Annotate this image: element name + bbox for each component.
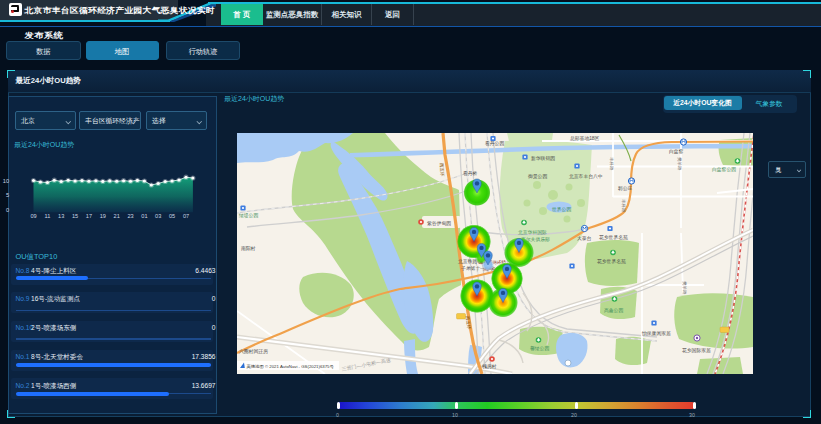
svg-text:看丹桥: 看丹桥 [463,170,478,177]
svg-text:17: 17 [86,213,92,219]
svg-text:花乡世界名苑: 花乡世界名苑 [597,257,626,264]
svg-text:白盆窑: 白盆窑 [669,147,684,153]
svg-text:北京华科国际: 北京华科国际 [518,229,547,236]
svg-text:郭公庄: 郭公庄 [618,185,633,192]
svg-text:六圈村回迁房: 六圈村回迁房 [239,348,268,355]
svg-text:5: 5 [6,192,9,198]
svg-text:怡保康闲家居: 怡保康闲家居 [641,329,671,336]
svg-text:15: 15 [72,213,78,219]
svg-text:御景公园: 御景公园 [528,174,547,179]
svg-text:白盆窑公园: 白盆窑公园 [712,165,736,171]
svg-text:樊羊路: 樊羊路 [682,281,687,295]
svg-text:10: 10 [3,178,9,184]
svg-text:花乡国际家居: 花乡国际家居 [682,346,711,353]
svg-text:丰科路: 丰科路 [609,157,614,171]
svg-text:07: 07 [183,213,189,219]
svg-text:丰科路: 丰科路 [621,199,626,213]
svg-text:北京市丰台八中: 北京市丰台八中 [569,172,603,179]
svg-text:高鑫公园: 高鑫公园 [604,306,623,312]
svg-text:花乡世界名苑: 花乡世界名苑 [599,234,628,241]
svg-text:13: 13 [58,213,64,219]
svg-text:03: 03 [155,213,161,219]
svg-text:23: 23 [127,213,133,219]
svg-text:绿堤公园: 绿堤公园 [238,212,258,219]
svg-text:高德地图 © 2021 AutoNavi - GS(2021: 高德地图 © 2021 AutoNavi - GS(2021)6375号 [247,363,335,368]
svg-text:19: 19 [100,213,106,219]
svg-text:0: 0 [6,207,9,213]
svg-text:新华联锦园: 新华联锦园 [531,154,555,160]
svg-text:馨绿公园: 馨绿公园 [530,345,549,352]
svg-text:西五环: 西五环 [439,162,446,176]
svg-text:总部基地18区: 总部基地18区 [570,135,600,142]
svg-text:21: 21 [114,213,120,219]
svg-text:09: 09 [30,213,36,219]
svg-text:05: 05 [169,213,175,219]
svg-text:槐房村: 槐房村 [482,363,497,370]
svg-text:世界公园: 世界公园 [551,206,571,211]
svg-text:樊羊路: 樊羊路 [677,157,682,171]
svg-text:11: 11 [44,213,50,219]
svg-text:01: 01 [141,213,147,219]
